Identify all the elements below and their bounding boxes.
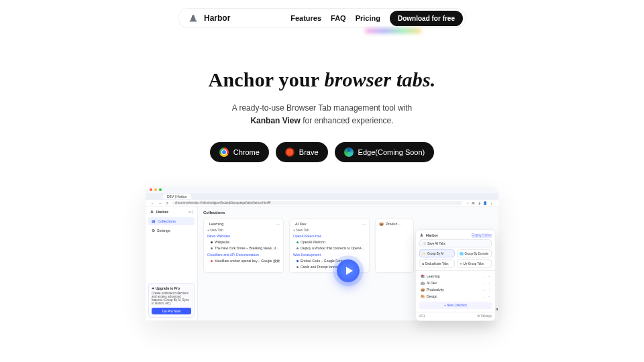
window-traffic-lights (146, 186, 498, 193)
dedup-button[interactable]: ⧉Deduplicate Tabs (419, 259, 455, 267)
save-all-tabs-button[interactable]: 📑Save All Tabs (419, 239, 492, 247)
main-heading: Collections (203, 210, 493, 215)
column-productivity: 📦Produc… (375, 219, 414, 273)
ungroup-button[interactable]: ⤬Un-Group Tabs (457, 259, 492, 267)
chrome-chip[interactable]: Chrome (210, 142, 269, 162)
nav-glow (365, 29, 421, 33)
top-nav: Harbor Features FAQ Pricing Download for… (178, 8, 466, 28)
harbor-logo-icon (150, 209, 154, 214)
product-screenshot: DEV | Harbor ←→⟳ chrome-extension://mikm… (146, 186, 498, 320)
popup-item[interactable]: 📚Learning… → (419, 273, 492, 280)
nav-features[interactable]: Features (290, 14, 321, 22)
brave-icon (285, 147, 294, 157)
popup-item[interactable]: 🤖AI Dev… → (419, 280, 492, 286)
popup-settings[interactable]: ⚙ Settings (477, 314, 492, 318)
app-sidebar: Harbor⇤| ▦Collections ⚙Settings ✦Upgrade… (146, 206, 198, 320)
nav-faq[interactable]: FAQ (331, 14, 346, 22)
column-learning: Learning⋯ + New Tab News Websites Wikipe… (203, 219, 284, 273)
hero: Anchor your browser tabs. A ready-to-use… (0, 68, 644, 162)
brand-name: Harbor (204, 13, 230, 23)
group-ai-button[interactable]: ✨Group By AI (419, 249, 455, 257)
sidebar-item-settings[interactable]: ⚙Settings (148, 227, 195, 235)
play-video-button[interactable] (337, 259, 360, 282)
harbor-logo-icon (188, 13, 199, 23)
group-domain-button[interactable]: 🌐Group By Domain (457, 249, 492, 257)
download-button[interactable]: Download for free (390, 11, 463, 26)
hero-sub: A ready-to-use Browser Tab management to… (0, 102, 644, 127)
go-pro-button[interactable]: Go Pro Now (152, 308, 191, 314)
extension-popup: Harbor Display Harbor 📑Save All Tabs ✨Gr… (415, 229, 496, 321)
new-collection-button[interactable]: + New Collection (419, 302, 492, 309)
popup-item[interactable]: 🎨Design… → (419, 293, 492, 300)
chrome-icon (219, 147, 229, 157)
brand[interactable]: Harbor (188, 13, 230, 23)
edge-icon (344, 147, 354, 157)
hero-heading: Anchor your browser tabs. (0, 68, 644, 91)
browser-tabbar: DEV | Harbor (146, 193, 498, 200)
display-harbor-link[interactable]: Display Harbor (472, 233, 492, 237)
app-main: Collections Learning⋯ + New Tab News Web… (198, 206, 498, 320)
nav-links: Features FAQ Pricing Download for free (290, 11, 463, 26)
nav-pricing[interactable]: Pricing (356, 14, 380, 22)
upgrade-card: ✦Upgrade to Pro Create unlimited collect… (148, 283, 195, 318)
url-text: chrome-extension://mikmbndpjomifndoefpfi… (172, 201, 462, 205)
edge-chip[interactable]: Edge(Coming Soon) (335, 142, 435, 162)
browser-chips: Chrome Brave Edge(Coming Soon) (0, 142, 644, 162)
brave-chip[interactable]: Brave (276, 142, 328, 162)
popup-item[interactable]: 📦Productivity… → (419, 286, 492, 293)
sidebar-item-collections[interactable]: ▦Collections (148, 217, 195, 225)
address-bar: ←→⟳ chrome-extension://mikmbndpjomifndoe… (146, 200, 498, 206)
